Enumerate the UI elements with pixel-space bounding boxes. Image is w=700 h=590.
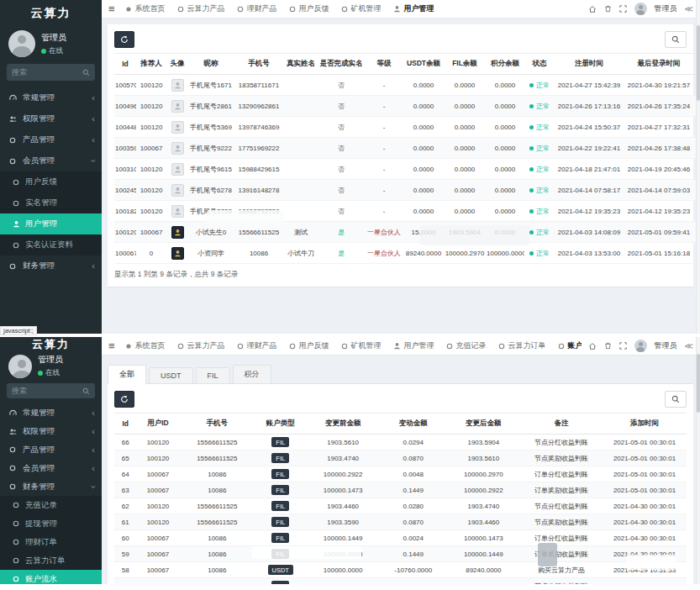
table-cell: - — [365, 75, 403, 96]
trash-icon[interactable] — [604, 342, 612, 350]
sidebar-item[interactable]: 常规管理‹ — [0, 87, 102, 108]
nav-tab[interactable]: 矿机管理 — [341, 3, 382, 14]
refresh-button[interactable] — [114, 31, 134, 48]
scrollbar-thumb[interactable] — [697, 25, 700, 101]
table-row: 6610012015566611525FIL1903.56100.0294190… — [114, 435, 687, 450]
status-dot-icon — [529, 230, 534, 234]
circle-icon — [11, 179, 21, 186]
sidebar-item[interactable]: 权限管理‹ — [0, 108, 102, 129]
collapse-right-icon[interactable]: ≪ — [685, 341, 693, 350]
filter-tab[interactable]: 积分 — [233, 365, 271, 383]
sidebar-subitem[interactable]: 用户管理 — [0, 213, 102, 234]
table-cell — [284, 96, 318, 117]
panel-account-flow: 云算力 管理员 在线 常规管理‹权限管理‹产品管理‹会员管理‹财务管理‹充值记录… — [0, 337, 700, 584]
admin-avatar[interactable] — [634, 340, 647, 352]
table-cell: 100120 — [136, 117, 166, 138]
table-cell: 100067 — [136, 138, 166, 159]
nav-tab[interactable]: 云算力产品 — [177, 3, 225, 14]
nav-tab[interactable]: 充值记录 — [446, 340, 487, 351]
flow-table-card: Id用户ID手机号账户类型变更前金额变动金额变更后金额备注添加时间6610012… — [108, 384, 693, 584]
nav-tab[interactable]: 矿机管理 — [341, 340, 382, 351]
admin-menu[interactable]: 管理员 — [655, 340, 677, 351]
table-cell: 节点分红收益到账 — [520, 498, 603, 514]
collapse-right-icon[interactable]: ≪ — [685, 4, 693, 13]
hamburger-icon[interactable]: ≡ — [108, 3, 115, 14]
nav-tab[interactable]: 系统首页 — [125, 340, 166, 351]
table-search-button[interactable] — [665, 31, 687, 48]
filter-tab[interactable]: FIL — [196, 367, 230, 383]
table-cell: 1903.5610 — [306, 435, 380, 450]
circle-icon — [237, 343, 244, 350]
scrollbar[interactable] — [696, 337, 700, 584]
nav-tab[interactable]: 账户流水 — [558, 340, 582, 351]
hamburger-icon[interactable]: ≡ — [108, 340, 115, 351]
nav-tab[interactable]: 云算力订单 — [498, 340, 546, 351]
home-icon[interactable] — [588, 5, 597, 13]
search-icon[interactable] — [82, 383, 90, 398]
sidebar-subitem-label: 账户流水 — [25, 574, 57, 585]
nav-tab[interactable]: 系统首页 — [125, 3, 166, 14]
nav-tab[interactable]: 云算力产品 — [177, 340, 225, 351]
sidebar-subitem[interactable]: 云算力订单 — [0, 551, 102, 570]
table-cell: 是 — [318, 243, 365, 264]
table-cell: 15566611525 — [179, 435, 255, 450]
sidebar-item[interactable]: 产品管理‹ — [0, 440, 102, 459]
fullscreen-icon[interactable] — [619, 342, 627, 350]
sidebar-search-input[interactable] — [12, 68, 71, 76]
admin-menu[interactable]: 管理员 — [655, 3, 677, 14]
nav-tab[interactable]: 用户反馈 — [289, 340, 329, 351]
sidebar-item[interactable]: 会员管理‹ — [0, 459, 102, 477]
table-cell: 100000.2922 — [447, 482, 521, 498]
circle-icon — [7, 158, 18, 165]
sidebar-subitem[interactable]: 实名认证资料 — [0, 234, 102, 255]
table-cell: 购买云算力产品 — [520, 562, 603, 578]
sidebar-item[interactable]: 会员管理‹ — [0, 150, 102, 171]
nav-tab-label: 账户流水 — [568, 340, 582, 351]
table-cell: 100000.0000 — [306, 562, 380, 578]
table-cell: 0.0000 — [486, 222, 524, 243]
home-icon[interactable] — [588, 342, 597, 350]
panel-user-management: 云算力 管理员 在线 常规管理‹权限管理‹产品管理‹会员管理‹用户反馈实名管理用… — [0, 0, 700, 334]
table-cell: 1903.3324 — [306, 578, 380, 585]
nav-tab[interactable]: 用户管理 — [393, 340, 434, 351]
sidebar-item[interactable]: 财务管理‹ — [0, 255, 102, 277]
table-cell: 手机尾号9615 — [188, 159, 234, 180]
column-header: 真实姓名 — [284, 54, 318, 75]
nav-tab[interactable]: 理财产品 — [237, 3, 277, 14]
sidebar-subitem[interactable]: 充值记录 — [0, 496, 102, 514]
table-cell: 1903.5610 — [447, 450, 521, 466]
nav-tab[interactable]: 理财产品 — [237, 340, 277, 351]
filter-tab[interactable]: 全部 — [108, 365, 146, 384]
nav-tab-label: 用户反馈 — [299, 340, 329, 351]
sidebar-item[interactable]: 权限管理‹ — [0, 422, 102, 440]
table-cell: 1903.4460 — [447, 514, 521, 530]
refresh-button[interactable] — [114, 391, 134, 408]
nav-tab[interactable]: 用户反馈 — [289, 3, 329, 14]
table-cell: 正常 — [524, 117, 555, 138]
sidebar-search-input[interactable] — [12, 387, 71, 395]
sidebar-subitem[interactable]: 账户流水 — [0, 570, 102, 584]
nav-tab[interactable]: 用户管理 — [393, 3, 434, 14]
search-icon[interactable] — [82, 65, 90, 80]
filter-tab[interactable]: USDT — [149, 367, 193, 383]
table-search-button[interactable] — [665, 391, 687, 408]
sidebar-item-label: 会员管理 — [23, 155, 92, 166]
table-cell: 0.0000 — [444, 180, 486, 201]
trash-icon[interactable] — [604, 5, 612, 13]
table-cell: FIL — [255, 514, 306, 530]
sidebar-item[interactable]: 产品管理‹ — [0, 129, 102, 150]
scrollbar[interactable] — [696, 0, 700, 334]
sidebar-item[interactable]: 常规管理‹ — [0, 403, 102, 422]
sidebar-item[interactable]: 财务管理‹ — [0, 477, 102, 496]
fullscreen-icon[interactable] — [619, 5, 627, 13]
table-cell: 2021-04-14 07:58:17 — [555, 180, 624, 201]
sidebar-subitem[interactable]: 用户反馈 — [0, 171, 102, 192]
sidebar-subitem[interactable]: 提现管理 — [0, 514, 102, 533]
table-header-row: Id推荐人头像昵称手机号真实姓名是否完成实名等级USDT余额FIL余额积分余额状… — [114, 54, 700, 75]
sidebar-subitem[interactable]: 理财订单 — [0, 533, 102, 551]
scrollbar-thumb[interactable] — [697, 354, 700, 413]
table-cell: 100067 — [137, 482, 180, 498]
circle-icon — [11, 557, 21, 564]
sidebar-subitem[interactable]: 实名管理 — [0, 192, 102, 213]
admin-avatar[interactable] — [634, 3, 647, 15]
